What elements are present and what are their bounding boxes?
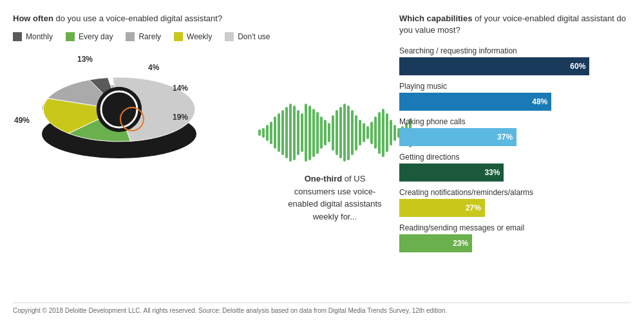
legend-color (126, 32, 135, 41)
wave-bar (359, 120, 361, 145)
legend-item: Don't use (225, 32, 270, 41)
footer: Copyright © 2018 Deloitte Development LL… (13, 303, 631, 314)
pie-label-49: 49% (14, 116, 30, 125)
wave-bar (370, 122, 373, 144)
bar-item: Reading/sending messages or email23% (399, 223, 631, 252)
wave-text: One-third of US consumers use voice-enab… (283, 173, 386, 223)
bar-fill: 60% (399, 57, 589, 75)
bar-track: 60% (399, 57, 631, 75)
wave-bar (308, 106, 311, 160)
bar-track: 33% (399, 164, 631, 182)
wave-bar (297, 110, 299, 155)
legend-item: Weekly (174, 32, 212, 41)
bar-label: Reading/sending messages or email (399, 223, 631, 232)
wave-bar (316, 112, 319, 154)
legend-color (174, 32, 183, 41)
bar-item: Making phone calls37% (399, 117, 631, 146)
pie-center-circle (97, 87, 142, 132)
bar-label: Getting directions (399, 153, 631, 162)
bar-track: 23% (399, 234, 631, 252)
pie-label-14: 14% (173, 84, 188, 93)
right-title: Which capabilities of your voice-enabled… (399, 13, 631, 36)
right-section: Which capabilities of your voice-enabled… (386, 13, 631, 297)
wave-text-bold: One-third (305, 174, 343, 183)
wave-bar (347, 106, 350, 160)
middle-section: One-third of US consumers use voice-enab… (283, 13, 386, 297)
pie-label-13: 13% (77, 55, 93, 64)
legend-label: Monthly (26, 32, 53, 41)
legend-label: Weekly (187, 32, 212, 41)
wave-bar (382, 109, 384, 157)
right-title-bold: Which capabilities (399, 14, 472, 23)
bar-track: 27% (399, 199, 631, 217)
bar-item: Playing music48% (399, 82, 631, 111)
bar-item: Getting directions33% (399, 153, 631, 182)
legend-item: Monthly (13, 32, 53, 41)
legend-label: Don't use (238, 32, 270, 41)
wave-bar (339, 107, 342, 158)
main-content: How often do you use a voice-enabled dig… (13, 13, 631, 297)
wave-bar (332, 115, 334, 151)
bar-fill: 48% (399, 93, 551, 111)
bar-fill: 33% (399, 164, 504, 182)
wave-bar (366, 126, 369, 139)
legend: MonthlyEvery dayRarelyWeeklyDon't use (13, 32, 283, 41)
left-section: How often do you use a voice-enabled dig… (13, 13, 283, 297)
wave-bar (305, 104, 307, 162)
wave-bar (324, 120, 327, 145)
legend-color (225, 32, 234, 41)
bar-fill: 37% (399, 128, 516, 146)
pie-chart-area: 49% 14% 19% 13% 4% (13, 51, 225, 206)
legend-color (13, 32, 22, 41)
left-title: How often do you use a voice-enabled dig… (13, 13, 283, 24)
wave-bar (336, 110, 338, 155)
wave-bar (355, 115, 357, 151)
bar-fill: 23% (399, 234, 472, 252)
bar-label: Creating notifications/reminders/alarms (399, 188, 631, 197)
wave-bar (285, 107, 288, 158)
legend-color (66, 32, 75, 41)
bar-label: Searching / requesting information (399, 46, 631, 55)
wave-bar (351, 110, 354, 155)
wave-bar (301, 113, 303, 152)
wave-bar (378, 112, 381, 154)
wave-bar (343, 104, 346, 162)
bar-fill: 27% (399, 199, 485, 217)
bar-label: Making phone calls (399, 117, 631, 126)
legend-item: Every day (66, 32, 113, 41)
pie-label-4: 4% (148, 63, 159, 72)
legend-item: Rarely (126, 32, 161, 41)
bar-track: 48% (399, 93, 631, 111)
left-title-bold: How often (13, 14, 53, 23)
bars-container: Searching / requesting information60%Pla… (399, 46, 631, 252)
bar-item: Creating notifications/reminders/alarms2… (399, 188, 631, 217)
wave-bar (328, 123, 330, 142)
bar-track: 37% (399, 128, 631, 146)
pie-label-19: 19% (173, 113, 188, 122)
wave-bar (289, 104, 292, 162)
left-title-rest: do you use a voice-enabled digital assis… (53, 14, 222, 23)
wave-bar (374, 117, 377, 149)
wave-bar (320, 117, 323, 149)
page-container: How often do you use a voice-enabled dig… (0, 0, 644, 327)
bar-item: Searching / requesting information60% (399, 46, 631, 75)
wave-bar (363, 123, 365, 142)
legend-label: Every day (79, 32, 113, 41)
wave-bar (312, 109, 315, 157)
legend-label: Rarely (138, 32, 161, 41)
bar-label: Playing music (399, 82, 631, 91)
wave-bar (293, 106, 296, 160)
